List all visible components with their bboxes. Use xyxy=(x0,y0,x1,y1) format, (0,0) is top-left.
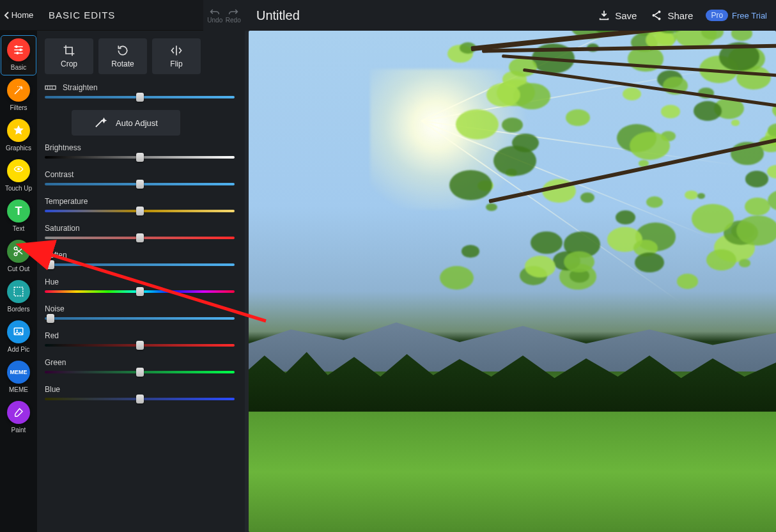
flip-icon xyxy=(169,44,183,57)
eye-icon xyxy=(7,159,30,182)
dock-item-label: Touch Up xyxy=(5,185,32,192)
slider-track[interactable] xyxy=(45,156,235,159)
slider-track[interactable] xyxy=(45,210,235,212)
dock-item-touch-up[interactable]: Touch Up xyxy=(1,157,36,196)
dock-item-cut-out[interactable]: Cut Out xyxy=(1,237,36,276)
brush-icon xyxy=(7,401,30,424)
svg-rect-12 xyxy=(45,86,56,89)
share-button[interactable]: Share xyxy=(651,10,693,21)
dock-item-meme[interactable]: MEMEMEME xyxy=(1,358,36,397)
save-label: Save xyxy=(615,10,637,21)
slider-track[interactable] xyxy=(45,317,235,320)
slider-thumb[interactable] xyxy=(136,341,144,350)
home-label: Home xyxy=(12,10,34,20)
home-button[interactable]: Home xyxy=(0,0,37,31)
slider-track[interactable] xyxy=(45,344,235,347)
dock-item-text[interactable]: TText xyxy=(1,197,36,236)
slider-green: Green xyxy=(45,358,235,373)
slider-label: Brightness xyxy=(45,143,235,152)
slider-label: Blue xyxy=(45,385,235,394)
wand-icon xyxy=(94,117,108,129)
slider-track[interactable] xyxy=(45,290,235,293)
slider-thumb[interactable] xyxy=(136,287,144,296)
undo-button[interactable]: Undo xyxy=(207,8,222,24)
crop-button[interactable]: Crop xyxy=(45,38,93,74)
save-button[interactable]: Save xyxy=(598,10,637,21)
frame-icon xyxy=(7,280,30,303)
slider-track[interactable] xyxy=(45,398,235,400)
slider-label: Contrast xyxy=(45,170,235,179)
MEME-icon: MEME xyxy=(7,361,30,384)
dock-item-label: Text xyxy=(13,225,24,232)
document-title[interactable]: Untitled xyxy=(256,8,300,23)
slider-blue: Blue xyxy=(45,385,235,400)
slider-label: Noise xyxy=(45,304,235,313)
slider-temperature: Temperature xyxy=(45,197,235,212)
slider-thumb[interactable] xyxy=(136,93,144,102)
rotate-button[interactable]: Rotate xyxy=(98,38,147,74)
dock-item-label: Filters xyxy=(10,104,27,111)
slider-thumb[interactable] xyxy=(136,207,144,215)
slider-label: Saturation xyxy=(45,224,235,233)
chevron-left-icon xyxy=(4,12,10,19)
slider-hue: Hue xyxy=(45,278,235,293)
dock-item-borders[interactable]: Borders xyxy=(1,278,36,317)
svg-point-0 xyxy=(658,11,661,13)
slider-track[interactable] xyxy=(45,237,235,239)
dock-item-add-pic[interactable]: Add Pic xyxy=(1,318,36,357)
slider-soften: Soften xyxy=(45,251,235,266)
sliders-icon xyxy=(7,38,30,61)
svg-point-4 xyxy=(19,49,22,51)
dock-item-basic[interactable]: Basic xyxy=(1,36,36,75)
scissors-icon xyxy=(7,240,30,263)
dock-item-filters[interactable]: Filters xyxy=(1,76,36,115)
flip-label: Flip xyxy=(170,59,182,68)
dock-item-graphics[interactable]: Graphics xyxy=(1,116,36,155)
dock-item-label: Graphics xyxy=(6,145,31,152)
slider-thumb[interactable] xyxy=(136,395,144,403)
dock-item-label: Add Pic xyxy=(8,346,29,353)
pro-badge[interactable]: Pro xyxy=(706,10,728,21)
slider-label: Soften xyxy=(45,251,235,260)
slider-thumb[interactable] xyxy=(136,180,144,189)
slider-thumb[interactable] xyxy=(47,314,54,323)
auto-adjust-button[interactable]: Auto Adjust xyxy=(72,110,180,136)
canvas-area[interactable] xyxy=(245,31,776,532)
wand-icon xyxy=(7,79,30,102)
dock-item-label: Borders xyxy=(7,306,29,313)
slider-label: Red xyxy=(45,331,235,340)
edit-panel: Crop Rotate Flip StraightenAuto AdjustBr… xyxy=(37,31,245,532)
slider-red: Red xyxy=(45,331,235,347)
slider-track[interactable] xyxy=(45,96,235,98)
slider-thumb[interactable] xyxy=(136,368,144,377)
share-label: Share xyxy=(667,10,693,21)
rotate-label: Rotate xyxy=(111,59,134,68)
slider-track[interactable] xyxy=(45,263,235,266)
slider-label: Green xyxy=(45,358,235,367)
svg-point-5 xyxy=(16,52,19,54)
slider-noise: Noise xyxy=(45,304,235,320)
slider-thumb[interactable] xyxy=(136,153,144,162)
svg-point-11 xyxy=(17,330,18,331)
slider-label: Temperature xyxy=(45,197,235,206)
dock-item-paint[interactable]: Paint xyxy=(1,398,36,437)
slider-track[interactable] xyxy=(45,183,235,185)
panel-title: BASIC EDITS xyxy=(37,0,203,31)
image-preview xyxy=(249,31,776,532)
slider-contrast: Contrast xyxy=(45,170,235,185)
undo-icon xyxy=(210,8,220,17)
dock-item-label: Basic xyxy=(11,64,26,71)
redo-icon xyxy=(228,8,238,17)
slider-thumb[interactable] xyxy=(47,260,54,269)
free-trial-link[interactable]: Free Trial xyxy=(732,11,767,20)
slider-straighten: Straighten xyxy=(45,83,235,98)
header-main: Untitled Save Share Pro Free Trial xyxy=(245,0,776,31)
undo-redo-group: Undo Redo xyxy=(203,0,245,31)
redo-button[interactable]: Redo xyxy=(226,8,241,24)
slider-track[interactable] xyxy=(45,371,235,373)
flip-button[interactable]: Flip xyxy=(152,38,201,74)
picture-icon xyxy=(7,320,30,343)
slider-thumb[interactable] xyxy=(136,233,144,242)
left-dock: BasicFiltersGraphicsTouch UpTTextCut Out… xyxy=(0,31,37,532)
straighten-icon xyxy=(45,84,56,91)
